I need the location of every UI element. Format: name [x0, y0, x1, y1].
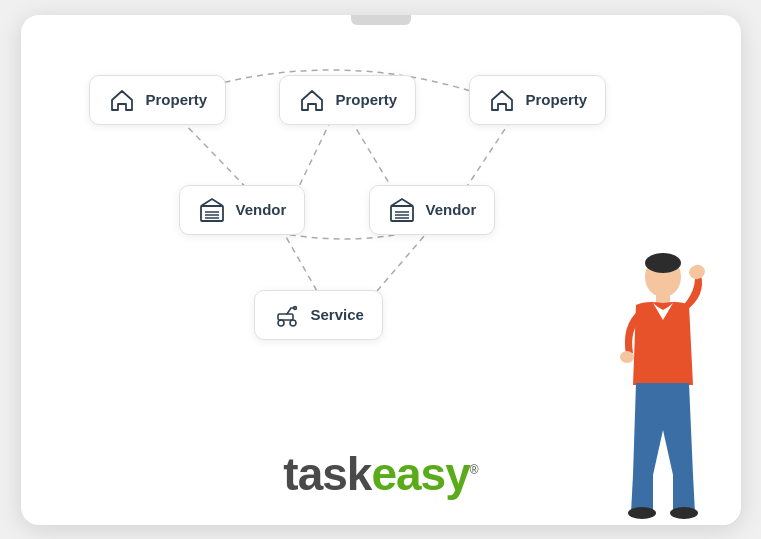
service-card: Service: [254, 290, 383, 340]
logo: taskeasy®: [283, 448, 477, 500]
svg-point-23: [620, 351, 634, 363]
logo-registered: ®: [470, 462, 478, 476]
garage-icon-2: [388, 196, 416, 224]
logo-area: taskeasy®: [283, 451, 477, 497]
property-card-3: Property: [469, 75, 607, 125]
vendor-card-2: Vendor: [369, 185, 496, 235]
person-svg: [591, 245, 711, 525]
home-icon-2: [298, 86, 326, 114]
whiteboard: Property Property Property: [21, 15, 741, 525]
diagram-area: Property Property Property: [61, 45, 641, 425]
vendor-card-1: Vendor: [179, 185, 306, 235]
svg-point-20: [645, 253, 681, 273]
svg-point-25: [670, 507, 698, 519]
svg-line-4: [281, 228, 321, 298]
svg-point-15: [278, 320, 284, 326]
garage-icon-1: [198, 196, 226, 224]
person-illustration: [591, 245, 711, 505]
svg-rect-6: [119, 104, 125, 110]
svg-point-16: [290, 320, 296, 326]
service-label: Service: [311, 306, 364, 323]
home-icon-1: [108, 86, 136, 114]
svg-point-24: [628, 507, 656, 519]
logo-task: task: [283, 448, 371, 500]
vendor-label-2: Vendor: [426, 201, 477, 218]
property-card-1: Property: [89, 75, 227, 125]
lawnmower-icon: [273, 301, 301, 329]
property-label-1: Property: [146, 91, 208, 108]
property-label-3: Property: [526, 91, 588, 108]
svg-point-22: [687, 262, 707, 281]
vendor-label-1: Vendor: [236, 201, 287, 218]
svg-rect-17: [278, 314, 293, 320]
property-card-2: Property: [279, 75, 417, 125]
logo-easy: easy: [371, 448, 469, 500]
home-icon-3: [488, 86, 516, 114]
svg-line-5: [371, 228, 431, 298]
svg-rect-11: [391, 206, 413, 221]
svg-rect-7: [201, 206, 223, 221]
property-label-2: Property: [336, 91, 398, 108]
